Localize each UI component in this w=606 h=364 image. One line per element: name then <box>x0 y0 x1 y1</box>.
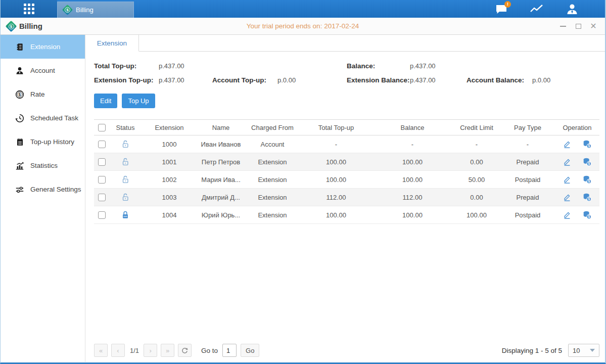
sidebar-item-label: Top-up History <box>30 138 74 146</box>
top-up-icon[interactable]: $ <box>582 140 592 149</box>
sliders-icon <box>15 185 24 194</box>
row-checkbox[interactable] <box>98 176 106 184</box>
billing-app-icon: $ <box>62 5 73 15</box>
extensions-table: Status Extension Name Charged From Total… <box>94 119 599 224</box>
svg-text:$: $ <box>19 92 21 97</box>
select-all-checkbox[interactable] <box>98 124 106 131</box>
cell-charged-from: Account <box>245 135 300 153</box>
col-name: Name <box>197 120 245 135</box>
top-up-button[interactable]: Top Up <box>122 94 155 108</box>
topbar-right: ! <box>495 0 579 18</box>
col-extension: Extension <box>142 120 197 135</box>
top-up-icon[interactable]: $ <box>582 175 592 184</box>
cell-pay-type: Postpaid <box>500 171 555 189</box>
topbar-tab-billing[interactable]: $ Billing <box>57 2 134 18</box>
table-row: 1000 Иван Иванов Account - - - - <box>94 135 599 153</box>
account-balance-label: Account Balance: <box>467 76 532 84</box>
cell-balance: 100.00 <box>372 153 453 171</box>
cell-credit-limit: - <box>453 135 500 153</box>
goto-label: Go to <box>201 347 218 354</box>
cell-balance: 112.00 <box>372 189 453 206</box>
cell-extension: 1001 <box>142 153 197 171</box>
status-unlocked-icon <box>121 193 130 202</box>
status-unlocked-icon <box>121 175 130 184</box>
minimize-button[interactable] <box>560 23 567 30</box>
goto-page-input[interactable] <box>222 344 237 357</box>
table-row: 1004 Юрий Юрь... Extension 100.00 100.00… <box>94 206 599 224</box>
user-icon[interactable] <box>566 4 579 15</box>
cell-credit-limit: 50.00 <box>453 171 500 189</box>
edit-button[interactable]: Edit <box>94 94 117 108</box>
last-page-button[interactable]: » <box>161 344 174 357</box>
cell-total-topup: 100.00 <box>300 153 372 171</box>
billing-window: $ Billing ! <box>0 0 606 364</box>
ledger-icon <box>15 42 24 52</box>
messages-icon[interactable]: ! <box>495 4 508 15</box>
summary-panel: Total Top-up: p.437.00 Extension Top-up:… <box>85 52 606 90</box>
prev-page-button[interactable]: ‹ <box>111 344 125 357</box>
notification-badge: ! <box>504 1 511 8</box>
top-up-icon[interactable]: $ <box>582 157 592 166</box>
edit-icon[interactable] <box>563 140 572 149</box>
activity-chart-icon[interactable] <box>530 4 543 15</box>
cell-charged-from: Extension <box>245 153 300 171</box>
cell-extension: 1003 <box>142 189 197 206</box>
row-checkbox[interactable] <box>98 194 106 201</box>
table-row: 1001 Петр Петров Extension 100.00 100.00… <box>94 153 599 171</box>
cell-credit-limit: 100.00 <box>453 206 500 224</box>
close-button[interactable]: ✕ <box>590 23 597 30</box>
sidebar-item-label: Account <box>30 67 55 74</box>
window-body: Extension Account $ Rate <box>1 35 605 362</box>
main-content: Extension Total Top-up: p.437.00 Extensi… <box>85 35 606 362</box>
edit-icon[interactable] <box>563 175 572 184</box>
sidebar-item-general-settings[interactable]: General Settings <box>1 177 85 201</box>
account-topup-value: p.0.00 <box>277 76 296 84</box>
row-checkbox[interactable] <box>98 141 106 148</box>
cell-name: Иван Иванов <box>197 135 245 153</box>
table-row: 1003 Дмитрий Д... Extension 112.00 112.0… <box>94 189 599 206</box>
page-size-value: 10 <box>573 347 580 354</box>
go-button[interactable]: Go <box>241 344 259 357</box>
tab-extension[interactable]: Extension <box>85 35 139 52</box>
cell-total-topup: - <box>300 135 372 153</box>
edit-icon[interactable] <box>563 157 572 166</box>
cell-charged-from: Extension <box>245 189 300 206</box>
refresh-button[interactable] <box>178 344 192 357</box>
account-balance-value: p.0.00 <box>532 76 550 84</box>
sidebar-item-label: Statistics <box>30 162 58 169</box>
top-up-icon[interactable]: $ <box>582 210 592 219</box>
cell-credit-limit: 0.00 <box>453 153 500 171</box>
coin-icon: $ <box>15 90 24 99</box>
maximize-button[interactable] <box>575 23 582 30</box>
cell-balance: 100.00 <box>372 171 453 189</box>
edit-icon[interactable] <box>563 193 572 202</box>
row-checkbox[interactable] <box>98 211 106 219</box>
table-row: 1002 Мария Ива... Extension 100.00 100.0… <box>94 171 599 189</box>
sidebar-item-topup-history[interactable]: Top-up History <box>1 130 85 154</box>
sidebar-item-extension[interactable]: Extension <box>1 35 85 59</box>
summary-left: Total Top-up: p.437.00 Extension Top-up:… <box>94 62 347 90</box>
titlebar: $ Billing Your trial period ends on: 201… <box>1 18 605 35</box>
notepad-icon <box>15 138 24 147</box>
row-checkbox[interactable] <box>98 158 106 166</box>
action-buttons: Edit Top Up <box>94 94 606 108</box>
sidebar-item-scheduled-task[interactable]: Scheduled Task <box>1 106 85 130</box>
cell-total-topup: 100.00 <box>300 206 372 224</box>
pager-right: Displaying 1 - 5 of 5 10 <box>502 344 599 357</box>
next-page-button[interactable]: › <box>144 344 157 357</box>
app-grid-icon[interactable] <box>24 4 34 14</box>
sidebar-item-statistics[interactable]: Statistics <box>1 154 85 177</box>
page-size-select[interactable]: 10 <box>568 344 599 357</box>
displaying-text: Displaying 1 - 5 of 5 <box>502 347 562 354</box>
top-up-icon[interactable]: $ <box>582 193 592 202</box>
trial-notice: Your trial period ends on: 2017-02-24 <box>1 22 605 30</box>
col-total-topup: Total Top-up <box>300 120 372 135</box>
sidebar-item-rate[interactable]: $ Rate <box>1 82 85 106</box>
sidebar-item-account[interactable]: Account <box>1 59 85 82</box>
first-page-button[interactable]: « <box>94 344 108 357</box>
edit-icon[interactable] <box>563 210 572 219</box>
col-charged-from: Charged From <box>245 120 300 135</box>
cell-name: Дмитрий Д... <box>197 189 245 206</box>
col-credit-limit: Credit Limit <box>453 120 500 135</box>
sidebar-item-label: Extension <box>30 43 60 51</box>
